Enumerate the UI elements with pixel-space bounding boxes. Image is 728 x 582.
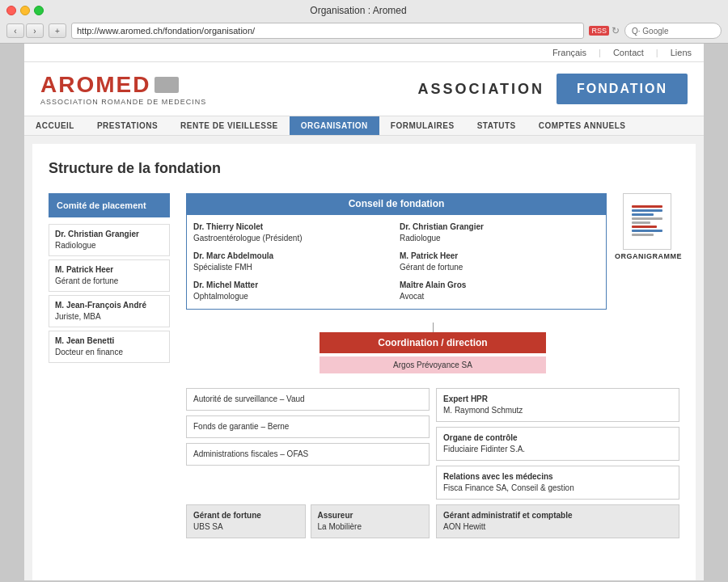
minimize-button[interactable] <box>20 6 30 15</box>
nav-accueil[interactable]: ACCUEIL <box>24 116 86 135</box>
left-boxes: Autorité de surveillance – Vaud Fonds de… <box>186 388 430 500</box>
gerant-box: Gérant de fortune UBS SA <box>186 504 306 538</box>
conseil-member-6: Maître Alain Gros Avocat <box>400 280 599 302</box>
nav-formulaires[interactable]: FORMULAIRES <box>379 116 466 135</box>
lang-link[interactable]: Français <box>552 48 586 57</box>
organigramme-label: ORGANIGRAMME <box>615 252 679 260</box>
right-boxes: Expert HPR M. Raymond Schmutz Organe de … <box>436 388 679 500</box>
comite-member-1: Dr. Christian Grangier Radiologue <box>49 224 170 256</box>
close-button[interactable] <box>6 6 16 15</box>
comite-member-4: M. Jean Benetti Docteur en finance <box>49 331 170 363</box>
conseil-header: Conseil de fondation <box>186 193 607 214</box>
coordination-box: Coordination / direction <box>320 332 546 353</box>
nav-prestations[interactable]: PRESTATIONS <box>86 116 169 135</box>
controle-box: Organe de contrôle Fiduciaire Fidinter S… <box>436 427 679 461</box>
logo-icon <box>154 77 179 93</box>
nav-statuts[interactable]: STATUTS <box>466 116 527 135</box>
organigramme-section: ORGANIGRAMME <box>615 193 679 316</box>
coordination-section: Coordination / direction Argos Prévoyanc… <box>186 332 679 382</box>
refresh-button[interactable]: + <box>49 23 66 38</box>
left-column: Comité de placement Dr. Christian Grangi… <box>49 193 170 538</box>
gerant-admin-box: Gérant administratif et comptable AON He… <box>436 504 679 538</box>
bottom-section: Autorité de surveillance – Vaud Fonds de… <box>186 388 679 500</box>
nav-rente[interactable]: RENTE DE VIEILLESSE <box>169 116 290 135</box>
conseil-member-1: Dr. Thierry Nicolet Gastroentérologue (P… <box>193 221 393 244</box>
browser-window: Organisation : Aromed ‹ › + http://www.a… <box>0 0 728 580</box>
assureur-box: Assureur La Mobilière <box>311 504 430 538</box>
logo-text: AROMED <box>40 72 150 98</box>
garantie-box: Fonds de garantie – Berne <box>186 415 430 438</box>
site-header: AROMED ASSOCIATION ROMANDE DE MEDECINS A… <box>24 62 704 116</box>
address-bar[interactable]: http://www.aromed.ch/fondation/organisat… <box>71 23 584 39</box>
liens-link[interactable]: Liens <box>671 48 692 57</box>
logo-area: AROMED ASSOCIATION ROMANDE DE MEDECINS <box>40 72 206 106</box>
org-chart: Comité de placement Dr. Christian Grangi… <box>49 193 679 538</box>
bottom-row: Gérant de fortune UBS SA Assureur La Mob… <box>186 504 679 538</box>
top-links-bar: Français | Contact | Liens <box>24 44 704 62</box>
window-title: Organisation : Aromed <box>44 5 673 16</box>
back-button[interactable]: ‹ <box>6 23 24 38</box>
conseil-member-3: Dr. Marc Abdelmoula Spécialiste FMH <box>193 251 393 273</box>
conseil-member-2: Dr. Christian Grangier Radiologue <box>400 221 599 244</box>
comite-member-3: M. Jean-François André Juriste, MBA <box>49 295 170 327</box>
maximize-button[interactable] <box>34 6 44 15</box>
right-column: Conseil de fondation Dr. Thierry Nicolet… <box>186 193 679 538</box>
conseil-member-4: M. Patrick Heer Gérant de fortune <box>400 251 599 273</box>
website-content: Français | Contact | Liens AROMED ASSOCI… <box>24 44 704 580</box>
expert-box: Expert HPR M. Raymond Schmutz <box>436 388 679 422</box>
argos-box: Argos Prévoyance SA <box>320 356 546 373</box>
fiscales-box: Administrations fiscales – OFAS <box>186 443 430 466</box>
relations-box: Relations avec les médecins Fisca Financ… <box>436 466 679 500</box>
rss-badge: RSS <box>589 26 609 36</box>
nav-comptes[interactable]: COMPTES ANNUELS <box>527 116 637 135</box>
surveillance-box: Autorité de surveillance – Vaud <box>186 388 430 411</box>
conseil-section: Conseil de fondation Dr. Thierry Nicolet… <box>186 193 607 316</box>
comite-box: Comité de placement <box>49 193 170 217</box>
search-bar[interactable]: Q· Google <box>624 23 722 39</box>
nav-organisation[interactable]: ORGANISATION <box>290 116 379 135</box>
main-navigation: ACCUEIL PRESTATIONS RENTE DE VIEILLESSE … <box>24 116 704 136</box>
conseil-content: Dr. Thierry Nicolet Gastroentérologue (P… <box>186 214 607 310</box>
fondation-button[interactable]: FONDATION <box>557 74 688 104</box>
organigramme-doc[interactable] <box>623 193 671 250</box>
association-label[interactable]: ASSOCIATION <box>417 81 544 98</box>
logo-subtitle: ASSOCIATION ROMANDE DE MEDECINS <box>40 98 206 106</box>
connector-top <box>186 323 679 332</box>
page-content: Structure de la fondation Comité de plac… <box>32 144 696 580</box>
contact-link[interactable]: Contact <box>613 48 644 57</box>
comite-member-2: M. Patrick Heer Gérant de fortune <box>49 259 170 292</box>
bottom-left-boxes: Gérant de fortune UBS SA Assureur La Mob… <box>186 504 430 538</box>
conseil-member-5: Dr. Michel Matter Ophtalmologue <box>193 280 393 302</box>
forward-button[interactable]: › <box>26 23 44 38</box>
page-title: Structure de la fondation <box>49 160 679 177</box>
header-nav: ASSOCIATION FONDATION <box>417 74 688 104</box>
